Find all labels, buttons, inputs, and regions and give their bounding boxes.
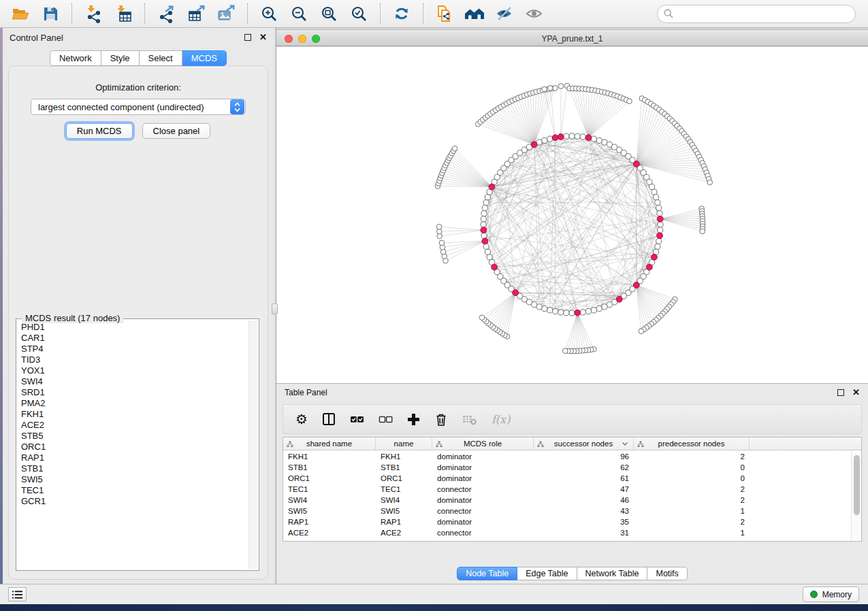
graph-node[interactable] — [656, 238, 662, 244]
export-table-button[interactable] — [182, 2, 210, 25]
graph-mcds-node[interactable] — [481, 227, 487, 233]
graph-node[interactable] — [439, 240, 445, 246]
close-table-panel-icon[interactable]: ✕ — [852, 389, 860, 396]
close-panel-button[interactable]: Close panel — [142, 123, 211, 139]
vertical-splitter[interactable] — [274, 28, 276, 584]
graph-node[interactable] — [553, 86, 558, 91]
mcds-result-item[interactable]: TID3 — [18, 354, 248, 365]
graph-mcds-node[interactable] — [489, 184, 495, 190]
graph-node[interactable] — [485, 249, 490, 254]
graph-node[interactable] — [596, 306, 602, 312]
graph-node[interactable] — [542, 306, 547, 312]
run-mcds-button[interactable]: Run MCDS — [66, 123, 133, 139]
graph-node[interactable] — [564, 133, 569, 139]
tab-select[interactable]: Select — [140, 50, 182, 66]
graph-node[interactable] — [569, 310, 575, 316]
first-neighbors-button[interactable] — [461, 2, 488, 25]
graph-node[interactable] — [482, 205, 487, 211]
graph-node[interactable] — [542, 137, 547, 143]
graph-mcds-node[interactable] — [647, 264, 653, 270]
graph-node[interactable] — [585, 309, 591, 314]
column-header-name[interactable]: name — [376, 437, 432, 450]
search-input[interactable] — [677, 9, 849, 19]
graph-node[interactable] — [452, 146, 457, 152]
graph-mcds-node[interactable] — [558, 134, 564, 140]
mcds-result-item[interactable]: TEC1 — [18, 485, 248, 496]
mcds-list-scrollbar[interactable] — [248, 320, 257, 569]
graph-mcds-node[interactable] — [657, 216, 663, 222]
table-scrollbar-thumb[interactable] — [854, 455, 860, 515]
close-panel-icon[interactable]: ✕ — [259, 34, 267, 41]
network-graph[interactable] — [276, 47, 868, 383]
delete-row-button[interactable] — [434, 412, 448, 427]
graph-mcds-node[interactable] — [616, 296, 622, 302]
search-box[interactable] — [657, 5, 856, 23]
graph-node[interactable] — [564, 310, 569, 316]
graph-node[interactable] — [591, 308, 596, 313]
graph-node[interactable] — [639, 329, 644, 334]
graph-node[interactable] — [607, 302, 612, 308]
graph-node[interactable] — [487, 254, 492, 260]
graph-node[interactable] — [707, 180, 713, 185]
table-scrollbar[interactable] — [851, 451, 861, 540]
tab-mcds[interactable]: MCDS — [182, 50, 227, 66]
mcds-result-list[interactable]: PHD1CAR1STP4TID3YOX1SWI4SRD1PMA2FKH1ACE2… — [18, 322, 248, 569]
memory-button[interactable]: Memory — [803, 587, 859, 602]
graph-node[interactable] — [547, 86, 553, 91]
show-columns-button[interactable] — [322, 412, 336, 426]
graph-node[interactable] — [569, 133, 575, 139]
import-network-button[interactable] — [80, 2, 107, 25]
mcds-result-item[interactable]: ACE2 — [18, 420, 248, 431]
hide-selected-button[interactable] — [491, 2, 518, 25]
graph-node[interactable] — [655, 244, 660, 249]
graph-node[interactable] — [627, 99, 632, 104]
graph-mcds-node[interactable] — [492, 264, 498, 270]
mcds-result-item[interactable]: PMA2 — [18, 398, 248, 409]
mcds-result-item[interactable]: SWI4 — [18, 376, 248, 387]
graph-node[interactable] — [542, 86, 547, 92]
clone-network-button[interactable] — [431, 2, 458, 25]
graph-node[interactable] — [481, 233, 487, 238]
mcds-result-item[interactable]: ORC1 — [18, 442, 248, 452]
zoom-in-button[interactable] — [255, 2, 283, 25]
table-row[interactable]: RAP1RAP1dominator352 — [283, 516, 851, 527]
graph-node[interactable] — [658, 227, 663, 233]
close-window-button[interactable] — [285, 35, 293, 43]
save-session-button[interactable] — [37, 2, 64, 25]
criterion-select[interactable]: largest connected component (undirected) — [31, 99, 246, 115]
network-window-titlebar[interactable]: YPA_prune.txt_1 — [276, 31, 868, 46]
table-row[interactable]: ORC1ORC1dominator610 — [283, 473, 851, 484]
mcds-result-item[interactable]: SRD1 — [18, 387, 248, 398]
column-header-predecessor-nodes[interactable]: predecessor nodes — [634, 437, 750, 450]
graph-node[interactable] — [558, 84, 564, 89]
tab-node-table[interactable]: Node Table — [457, 567, 517, 580]
graph-node[interactable] — [536, 304, 542, 310]
graph-node[interactable] — [481, 222, 486, 227]
mcds-result-item[interactable]: YOX1 — [18, 365, 248, 376]
graph-mcds-node[interactable] — [552, 135, 558, 141]
graph-node[interactable] — [580, 310, 585, 315]
export-network-button[interactable] — [152, 2, 180, 25]
table-row[interactable]: ACE2ACE2connector311 — [283, 527, 851, 538]
graph-node[interactable] — [580, 134, 585, 139]
minimize-window-button[interactable] — [298, 35, 306, 43]
graph-node[interactable] — [602, 304, 607, 310]
graph-node[interactable] — [655, 200, 660, 205]
select-all-button[interactable] — [350, 414, 364, 425]
network-canvas[interactable] — [276, 47, 868, 383]
column-header-shared-name[interactable]: shared name — [283, 437, 376, 450]
zoom-out-button[interactable] — [285, 2, 312, 25]
table-row[interactable]: YOX1YOX1connector291 — [283, 538, 851, 541]
table-options-button[interactable]: ⚙ — [295, 412, 308, 426]
tab-edge-table[interactable]: Edge Table — [517, 567, 577, 580]
zoom-fit-button[interactable] — [315, 2, 342, 25]
table-row[interactable]: STB1STB1dominator620 — [283, 462, 851, 473]
maximize-window-button[interactable] — [312, 35, 320, 43]
graph-node[interactable] — [481, 211, 487, 216]
graph-node[interactable] — [658, 222, 663, 227]
mcds-result-item[interactable]: STB5 — [18, 431, 248, 442]
mcds-result-item[interactable]: STP4 — [18, 344, 248, 354]
deselect-all-button[interactable] — [379, 414, 393, 425]
tab-style[interactable]: Style — [101, 50, 140, 66]
graph-node[interactable] — [481, 216, 486, 222]
